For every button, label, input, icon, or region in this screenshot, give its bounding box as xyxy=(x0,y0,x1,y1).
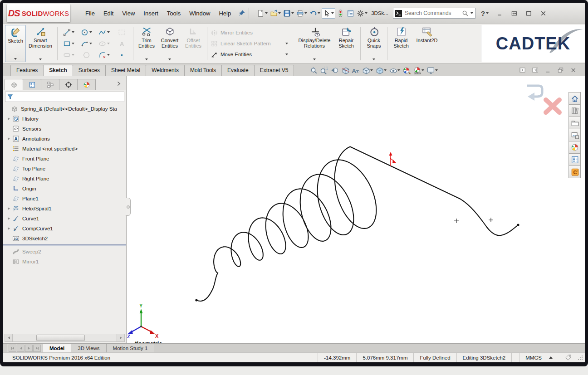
dropdown-caret[interactable] xyxy=(365,12,368,14)
tree-item-top-plane[interactable]: Top Plane xyxy=(3,164,126,174)
menu-edit[interactable]: Edit xyxy=(99,8,118,19)
panel-splitter-handle[interactable] xyxy=(126,198,131,216)
new-document-button[interactable] xyxy=(256,9,269,18)
document-restore-button[interactable] xyxy=(557,67,564,73)
model-tab-motion-study-1[interactable]: Motion Study 1 xyxy=(107,344,155,352)
dropdown-caret[interactable] xyxy=(304,12,307,14)
tab-surfaces[interactable]: Surfaces xyxy=(73,65,106,76)
dropdown-caret[interactable] xyxy=(145,58,148,60)
expand-arrow-icon[interactable] xyxy=(6,217,12,220)
dropdown-caret[interactable] xyxy=(107,54,110,56)
document-name[interactable]: 3DSk... xyxy=(371,10,388,16)
addin-tab-button[interactable]: C1 xyxy=(568,166,581,178)
save-button[interactable] xyxy=(282,9,295,18)
tree-item-mirror1[interactable]: Mirror1 xyxy=(3,257,126,267)
dropdown-caret[interactable] xyxy=(265,12,268,14)
tree-item-sweep2[interactable]: Sweep2 xyxy=(3,247,126,257)
tree-item-helix-spiral1[interactable]: Helix/Spiral1 xyxy=(3,204,126,214)
panel-horizontal-scrollbar[interactable] xyxy=(5,334,125,342)
arc-tool[interactable] xyxy=(78,38,95,49)
hide-show-annotations-button[interactable]: A xyxy=(351,66,360,74)
tab-weldments[interactable]: Weldments xyxy=(146,65,185,76)
zoom-to-area-button[interactable] xyxy=(319,66,328,74)
spline-tool[interactable] xyxy=(95,27,113,38)
search-input[interactable] xyxy=(404,10,460,17)
dropdown-caret[interactable] xyxy=(72,43,74,44)
task-list-button[interactable] xyxy=(346,9,355,18)
apply-scene-button[interactable] xyxy=(412,66,425,74)
previous-tab-button[interactable] xyxy=(17,345,24,352)
scrollbar-thumb[interactable] xyxy=(36,335,85,341)
edit-appearance-button[interactable] xyxy=(402,66,411,74)
tab-sketch[interactable]: Sketch xyxy=(43,65,73,76)
move-entities-button[interactable]: Move Entities xyxy=(210,50,289,59)
dropdown-caret[interactable] xyxy=(72,54,74,56)
menu-window[interactable]: Window xyxy=(185,8,214,19)
dropdown-caret[interactable] xyxy=(89,43,92,44)
trim-entities-button[interactable]: Trim Entities xyxy=(136,25,157,62)
document-minimize-button[interactable] xyxy=(544,67,551,73)
close-button[interactable] xyxy=(538,9,549,17)
fillet-tool[interactable] xyxy=(95,49,113,61)
expand-arrow-icon[interactable] xyxy=(6,137,12,140)
dropdown-caret[interactable] xyxy=(168,58,171,60)
quick-snaps-button[interactable]: Quick Snaps xyxy=(363,25,385,62)
menu-view[interactable]: View xyxy=(118,8,139,19)
section-view-button[interactable] xyxy=(340,66,349,74)
document-close-button[interactable] xyxy=(570,67,577,73)
tree-item-front-plane[interactable]: Front Plane xyxy=(3,154,126,164)
tree-item-material-not-specified[interactable]: Material <not specified> xyxy=(3,144,126,154)
menu-file[interactable]: File xyxy=(81,8,99,19)
dropdown-caret[interactable] xyxy=(421,69,424,71)
menu-tools[interactable]: Tools xyxy=(163,8,185,19)
dropdown-caret[interactable] xyxy=(107,31,110,33)
file-explorer-button[interactable] xyxy=(568,117,581,129)
tree-item-right-plane[interactable]: Right Plane xyxy=(3,174,126,184)
restore-button[interactable] xyxy=(509,9,519,17)
feature-tree-filter[interactable] xyxy=(5,92,124,102)
display-delete-relations-button[interactable]: Display/Delete Relations xyxy=(294,25,334,62)
configurationmanager-tab[interactable] xyxy=(41,79,59,90)
tree-item-curve1[interactable]: Curve1 xyxy=(3,214,126,224)
displaymanager-tab[interactable] xyxy=(77,79,96,90)
options-button[interactable] xyxy=(356,9,368,18)
tags-icon[interactable] xyxy=(565,354,572,361)
dropdown-caret[interactable] xyxy=(397,69,400,71)
dropdown-caret[interactable] xyxy=(285,54,288,55)
rapid-sketch-button[interactable]: Rapid Sketch xyxy=(390,25,412,62)
confirmation-corner[interactable] xyxy=(520,82,568,117)
interference-check-button[interactable] xyxy=(336,9,345,18)
print-button[interactable] xyxy=(295,9,308,18)
appearances-scenes-button[interactable] xyxy=(568,141,581,154)
last-tab-button[interactable] xyxy=(33,345,41,352)
dropdown-caret[interactable] xyxy=(72,31,74,33)
expand-arrow-icon[interactable] xyxy=(6,227,12,230)
tree-item-history[interactable]: History xyxy=(3,114,126,124)
scroll-left-arrow[interactable] xyxy=(5,334,13,341)
tree-item-origin[interactable]: Origin xyxy=(3,184,126,194)
open-button[interactable] xyxy=(269,9,282,18)
graphics-area[interactable]: YXZ C1 *Isometric xyxy=(127,76,585,343)
search-commands-box[interactable] xyxy=(393,8,475,19)
line-tool[interactable] xyxy=(60,27,78,38)
maximize-button[interactable] xyxy=(523,9,534,17)
dropdown-caret[interactable] xyxy=(318,12,320,14)
view-palette-button[interactable] xyxy=(568,129,581,141)
dropdown-caret[interactable] xyxy=(435,69,438,71)
smart-dimension-button[interactable]: Smart Dimension xyxy=(26,25,55,62)
help-button[interactable]: ? xyxy=(481,10,485,17)
minimize-button[interactable] xyxy=(494,9,505,17)
panel-expand-chevron-icon[interactable] xyxy=(116,80,125,90)
circle-tool[interactable] xyxy=(78,27,95,38)
tree-item-sensors[interactable]: Sensors xyxy=(3,124,126,134)
dropdown-caret[interactable] xyxy=(89,31,92,33)
zoom-to-fit-button[interactable] xyxy=(309,66,318,74)
custom-properties-button[interactable] xyxy=(568,153,581,166)
instant2d-button[interactable]: Instant2D xyxy=(412,25,441,62)
expand-arrow-icon[interactable] xyxy=(6,207,12,210)
scroll-right-arrow[interactable] xyxy=(117,334,124,341)
help-caret[interactable] xyxy=(486,12,489,14)
dropdown-caret[interactable] xyxy=(39,58,42,60)
menu-insert[interactable]: Insert xyxy=(139,8,162,19)
model-tab-model[interactable]: Model xyxy=(43,344,71,352)
